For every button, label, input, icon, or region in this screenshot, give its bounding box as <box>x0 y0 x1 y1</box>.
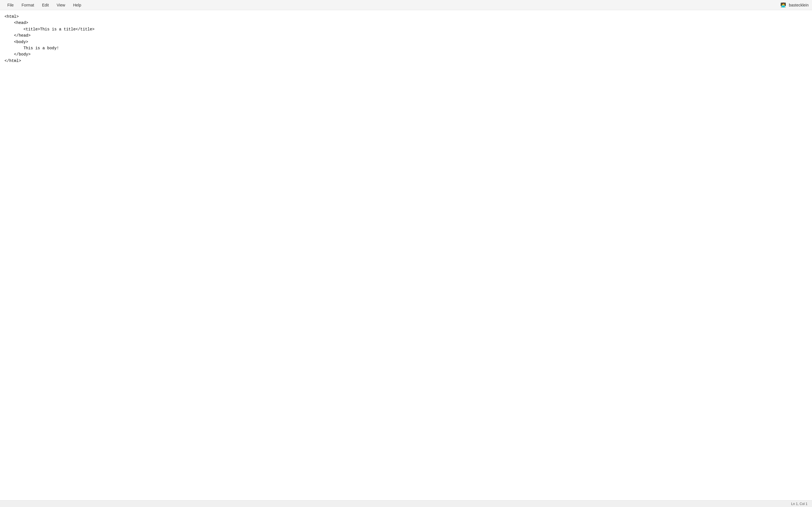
user-area: 🧑‍💻 bastecklein <box>780 2 809 8</box>
menubar: File Format Edit View Help 🧑‍💻 basteckle… <box>0 0 812 10</box>
editor-area[interactable]: <html> <head> <title>This is a title</ti… <box>0 10 812 500</box>
statusbar: Ln 1, Col 1 <box>0 500 812 507</box>
menu-view[interactable]: View <box>53 2 69 8</box>
menu-edit[interactable]: Edit <box>38 2 53 8</box>
avatar: 🧑‍💻 <box>780 2 786 8</box>
cursor-position: Ln 1, Col 1 <box>791 502 808 506</box>
menu-format[interactable]: Format <box>18 2 38 8</box>
username: bastecklein <box>789 3 809 7</box>
menu-help[interactable]: Help <box>69 2 85 8</box>
code-content: <html> <head> <title>This is a title</ti… <box>4 13 808 64</box>
menu-file[interactable]: File <box>3 2 18 8</box>
